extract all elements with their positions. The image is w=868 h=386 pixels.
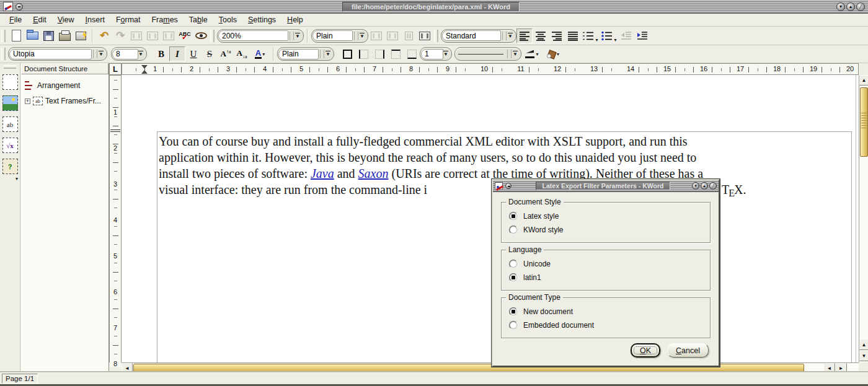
print-button[interactable] [56,29,73,43]
strikethrough-button[interactable]: S [202,46,218,61]
new-document-button[interactable] [8,29,24,43]
minimize-icon[interactable]: ▼ [836,2,845,11]
v-ruler[interactable]: 12345678 [109,75,122,362]
tree-item-text-frames[interactable]: + ab Text Frames/Fr... [25,97,107,105]
border-width-value[interactable]: 1 [421,49,443,59]
dropdown-icon[interactable]: ▾ [595,37,598,43]
border-bottom-button[interactable] [404,46,420,61]
radio-new-document[interactable]: New document [509,307,710,316]
background-color-button[interactable]: ▾ [542,46,564,61]
subscript-button[interactable]: A↓a [234,46,250,61]
font-color-button[interactable]: A ▾ [250,46,270,61]
ruler-corner[interactable]: L [109,63,122,75]
align-justify-button[interactable] [565,29,581,43]
java-link[interactable]: Java [311,167,334,180]
dropdown-icon[interactable]: ▾ [557,51,559,57]
tree-item-arrangement[interactable]: Arrangement [25,81,107,90]
align-center-button[interactable] [533,29,549,43]
insert-object-button[interactable]: ? [2,159,18,174]
italic-button[interactable]: I [169,46,185,61]
combo-arrow-icon[interactable]: ▼ [360,33,365,39]
combo-arrow-icon[interactable]: ▼ [513,51,518,57]
font-size-combo[interactable]: 8 ▼ [111,47,147,61]
radio-embedded-document[interactable]: Embedded document [509,321,710,330]
combo-arrow-icon[interactable]: ▼ [443,51,448,57]
paste-frame-button[interactable] [161,29,177,43]
combo-arrow-icon[interactable]: ▼ [326,51,330,57]
style-set-combo[interactable]: Standard ▼ [441,29,516,43]
scroll-left-icon[interactable]: ◄ [823,363,835,373]
radio-button-icon[interactable] [509,321,518,330]
combo-arrow-icon[interactable]: ▼ [295,33,300,39]
insert-footnote-button[interactable] [368,29,384,43]
radio-button-icon[interactable] [509,307,518,316]
border-left-button[interactable] [355,46,371,61]
increase-indent-button[interactable] [634,29,650,43]
border-right-button[interactable] [371,46,388,61]
ok-button[interactable]: OK [631,343,660,357]
h-ruler[interactable]: 1234567891011121314151617181920 [122,63,859,75]
combo-arrow-icon[interactable]: ▼ [99,51,104,57]
scroll-up-icon[interactable]: ▲ [859,75,868,86]
scroll-right-icon[interactable]: ► [835,363,847,373]
font-family-combo[interactable]: Utopia ▼ [8,47,107,61]
line-style-combo[interactable]: ▼ [454,47,521,61]
spellcheck-button[interactable]: ABC ✓ [177,29,193,43]
style-set-value[interactable]: Standard [442,30,501,41]
maximize-icon[interactable]: ▲ [701,182,708,190]
decrease-indent-button[interactable] [618,29,634,43]
cancel-button[interactable]: Cancel [667,343,709,357]
save-button[interactable] [40,29,56,43]
menu-item-tools[interactable]: Tools [213,14,242,25]
align-right-button[interactable] [549,29,565,43]
border-style-value[interactable]: Plain [278,49,319,59]
title-bar[interactable]: file:/home/peter/doc/beginlatex/para.xml… [0,0,868,14]
bullet-list-button[interactable]: ▾ [600,29,618,43]
dialog-title-bar[interactable]: Latex Export Filter Parameters - KWord ▼… [493,180,719,192]
close-icon[interactable]: ╱ [856,2,865,11]
open-button[interactable] [24,29,40,43]
radio-button-icon[interactable] [509,212,518,221]
window-menu-button[interactable] [505,183,512,189]
menu-item-edit[interactable]: Edit [27,14,52,25]
menu-item-file[interactable]: File [4,14,27,25]
maximize-icon[interactable]: ▲ [846,2,855,11]
undo-button[interactable]: ↶ [96,29,112,43]
toolbar-grip[interactable] [1,30,6,42]
menu-item-format[interactable]: Format [110,14,146,25]
radio-latex-style[interactable]: Latex style [509,212,710,221]
document-canvas[interactable]: You can of course buy and install a full… [122,75,859,362]
dropdown-icon[interactable]: ▾ [536,51,538,57]
scroll-down-icon[interactable]: ▼ [859,350,868,361]
columns-button[interactable] [417,29,433,43]
insert-formula-button[interactable]: √x [2,138,18,153]
horizontal-scrollbar[interactable]: ◄ ◄ ► [122,362,859,372]
toolbar-grip[interactable] [434,30,438,42]
insert-text-frame-button[interactable]: ab [2,116,18,132]
border-top-button[interactable] [388,46,404,61]
toolbar-grip[interactable] [210,30,215,42]
vertical-scroll-thumb[interactable] [860,87,868,157]
superscript-button[interactable]: A↑a [218,46,234,61]
zoom-combo[interactable]: 200% ▼ [217,29,304,43]
border-style-combo[interactable]: Plain ▼ [277,47,334,61]
menu-item-settings[interactable]: Settings [242,14,281,25]
menu-item-frames[interactable]: Frames [146,14,183,25]
radio-unicode[interactable]: Unicode [509,260,710,268]
close-icon[interactable]: ╱ [709,182,717,190]
border-width-combo[interactable]: 1 ▼ [420,47,452,61]
indent-marker-icon[interactable] [141,65,148,74]
dropdown-icon[interactable]: ▾ [262,51,265,57]
font-family-value[interactable]: Utopia [9,49,92,59]
radio-button-icon[interactable] [509,260,518,268]
minimize-icon[interactable]: ▼ [692,182,699,190]
border-color-button[interactable]: ▾ [521,46,542,61]
paragraph-style-combo[interactable]: Plain ▼ [311,29,368,43]
radio-button-icon[interactable] [509,273,518,282]
print-preview-button[interactable] [73,29,89,43]
insert-comment-button[interactable] [401,29,417,43]
scroll-up-icon[interactable]: ▲ [859,339,868,350]
zoom-value[interactable]: 200% [218,30,288,41]
radio-kword-style[interactable]: KWord style [509,226,710,234]
toolbar-grip[interactable] [4,65,16,69]
